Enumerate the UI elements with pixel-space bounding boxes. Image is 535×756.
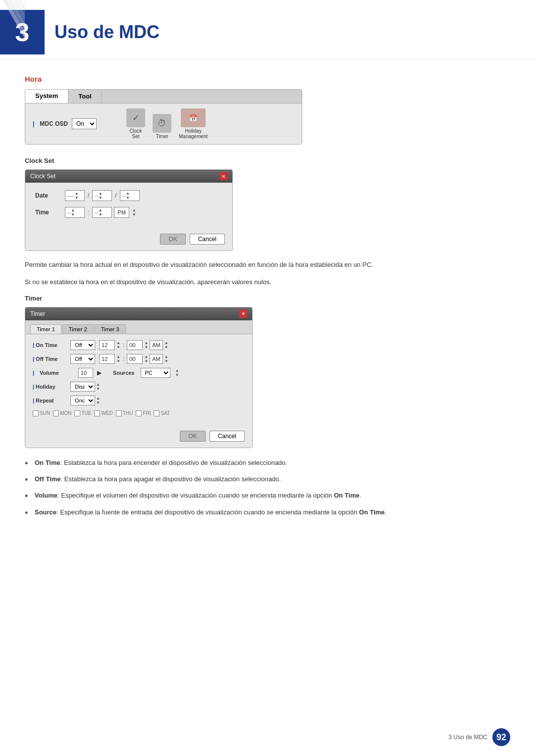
timer-titlebar: Timer ✕ <box>25 307 252 320</box>
volume-sources-row: | Volume 10 ▶ Sources PC HDMI DVI ▲▼ <box>33 368 245 378</box>
bullet-text-3: Volume: Especifique el volumen del dispo… <box>35 491 510 501</box>
off-time-min-arrows[interactable]: ▲▼ <box>144 354 148 363</box>
timer-buttons: OK Cancel <box>25 428 252 448</box>
off-time-spinner-group: 12 ▲▼ : 00 ▲▼ AM ▲▼ <box>99 354 168 364</box>
date-day-arrows[interactable]: ▲▼ <box>126 191 130 200</box>
clock-set-subsection-label: Clock Set <box>25 157 510 164</box>
time-min-input[interactable]: -- ▲▼ <box>92 207 112 218</box>
off-time-dropdown[interactable]: Off On <box>70 354 95 364</box>
day-sun: SUN <box>33 410 50 416</box>
clock-set-titlebar: Clock Set ✕ <box>25 170 232 183</box>
on-time-min-arrows[interactable]: ▲▼ <box>144 341 148 350</box>
term-on-time: On Time <box>35 459 60 466</box>
bullet-dot-4: • <box>25 507 35 519</box>
timer-close-button[interactable]: ✕ <box>239 310 247 318</box>
volume-increase-button[interactable]: ▶ <box>97 369 102 376</box>
volume-value-display: 10 <box>78 368 93 378</box>
date-year-input[interactable]: ---- ▲▼ <box>65 190 85 201</box>
on-time-hour-val: 12 <box>102 342 107 348</box>
day-thu-checkbox[interactable] <box>116 410 122 416</box>
day-tue-checkbox[interactable] <box>74 410 80 416</box>
pipe-indicator: | <box>33 120 34 127</box>
footer-chapter-text: 3 Uso de MDC <box>448 734 487 741</box>
off-time-ampm-arrows[interactable]: ▲▼ <box>164 354 168 363</box>
clock-set-buttons: OK Cancel <box>25 231 232 251</box>
time-hour-input[interactable]: -- ▲▼ <box>65 207 85 218</box>
time-hour-arrows[interactable]: ▲▼ <box>71 208 75 217</box>
holiday-dropdown[interactable]: Disable Enable <box>70 382 95 392</box>
repeat-arrows[interactable]: ▲▼ <box>96 396 100 405</box>
on-time-hour-arrows[interactable]: ▲▼ <box>116 341 120 350</box>
mdc-osd-dropdown[interactable]: On Off <box>72 118 97 129</box>
timer-tab-1[interactable]: Timer 1 <box>30 324 61 334</box>
clock-set-ok-button[interactable]: OK <box>160 234 185 245</box>
timer-tab-2[interactable]: Timer 2 <box>62 324 94 334</box>
day-wed-checkbox[interactable] <box>94 410 100 416</box>
day-mon-checkbox[interactable] <box>53 410 59 416</box>
off-time-ampm-val: AM <box>152 356 160 362</box>
date-month-arrows[interactable]: ▲▼ <box>99 191 103 200</box>
holiday-icon-item[interactable]: 📅 HolidayManagement <box>179 108 208 139</box>
timer-cancel-button[interactable]: Cancel <box>210 431 245 442</box>
on-time-hour[interactable]: 12 <box>99 340 115 350</box>
repeat-row: | Repeat Once Daily Weekly ▲▼ <box>33 396 245 405</box>
tabs-row: System Tool <box>25 90 302 103</box>
on-time-min[interactable]: 00 <box>127 340 143 350</box>
timer-tab-3[interactable]: Timer 3 <box>95 324 126 334</box>
on-time-ampm-arrows[interactable]: ▲▼ <box>164 341 168 350</box>
holiday-row: | Holiday Disable Enable ▲▼ <box>33 382 245 392</box>
holiday-arrows[interactable]: ▲▼ <box>96 382 100 391</box>
time-min-arrows[interactable]: ▲▼ <box>99 208 103 217</box>
day-mon-label: MON <box>60 410 71 416</box>
time-ampm-display: PM <box>114 207 129 218</box>
footer-page-number: 92 <box>492 728 510 746</box>
timer-body: | On Time Off On 12 ▲▼ : 00 ▲▼ <box>25 334 252 428</box>
day-sun-checkbox[interactable] <box>33 410 39 416</box>
sources-arrows[interactable]: ▲▼ <box>175 368 179 377</box>
date-month-input[interactable]: -- ▲▼ <box>92 190 112 201</box>
holiday-icon: 📅 <box>181 108 206 127</box>
sources-label: Sources <box>113 370 134 376</box>
off-time-min[interactable]: 00 <box>127 354 143 364</box>
clock-set-desc1: Permite cambiar la hora actual en el dis… <box>25 260 510 270</box>
day-thu: THU <box>116 410 133 416</box>
corner-decoration <box>0 0 25 50</box>
time-spinner-group: -- ▲▼ : -- ▲▼ PM <box>65 207 136 218</box>
timer-ok-button[interactable]: OK <box>180 431 205 442</box>
on-time-spinner-group: 12 ▲▼ : 00 ▲▼ AM ▲▼ <box>99 340 168 350</box>
tab-tool[interactable]: Tool <box>68 90 102 103</box>
clock-set-desc2: Si no se establece la hora en el disposi… <box>25 277 510 288</box>
clock-set-icon-item[interactable]: ✓ ClockSet <box>126 108 145 139</box>
timer-icon: ⏱ <box>153 114 171 133</box>
day-thu-label: THU <box>123 410 133 416</box>
bullet-off-time: • Off Time: Establezca la hora para apag… <box>25 474 510 486</box>
date-row: Date ---- ▲▼ / -- ▲▼ / <box>35 190 222 201</box>
tab-system[interactable]: System <box>25 90 68 103</box>
date-year-arrows[interactable]: ▲▼ <box>75 191 79 200</box>
term-source: Source <box>35 508 56 516</box>
holiday-icon-label: HolidayManagement <box>179 128 208 139</box>
bullet-volume: • Volume: Especifique el volumen del dis… <box>25 491 510 502</box>
time-ampm-arrows[interactable]: ▲▼ <box>132 208 136 217</box>
bullet-dot-2: • <box>25 474 35 486</box>
clock-set-close-button[interactable]: ✕ <box>219 172 227 180</box>
on-time-dropdown[interactable]: Off On <box>70 340 95 350</box>
date-label: Date <box>35 192 65 199</box>
day-fri-checkbox[interactable] <box>136 410 142 416</box>
day-sun-label: SUN <box>40 410 50 416</box>
term-on-time-ref1: On Time <box>334 492 360 499</box>
timer-dialog-title: Timer <box>30 310 45 317</box>
sources-dropdown[interactable]: PC HDMI DVI <box>141 368 170 378</box>
off-time-hour[interactable]: 12 <box>99 354 115 364</box>
timer-icon-item[interactable]: ⏱ Timer <box>153 114 171 139</box>
off-time-min-val: 00 <box>129 356 135 362</box>
off-time-row: | Off Time Off On 12 ▲▼ : 00 ▲▼ <box>33 354 245 364</box>
clock-set-cancel-button[interactable]: Cancel <box>190 234 225 245</box>
day-sat-checkbox[interactable] <box>154 410 160 416</box>
clock-set-dialog-title: Clock Set <box>30 173 55 180</box>
date-day-input[interactable]: -- ▲▼ <box>120 190 140 201</box>
date-year-value: ---- <box>67 193 75 199</box>
clock-set-dialog: Clock Set ✕ Date ---- ▲▼ / -- <box>25 169 233 251</box>
repeat-dropdown[interactable]: Once Daily Weekly <box>70 396 95 405</box>
off-time-hour-arrows[interactable]: ▲▼ <box>116 354 120 363</box>
